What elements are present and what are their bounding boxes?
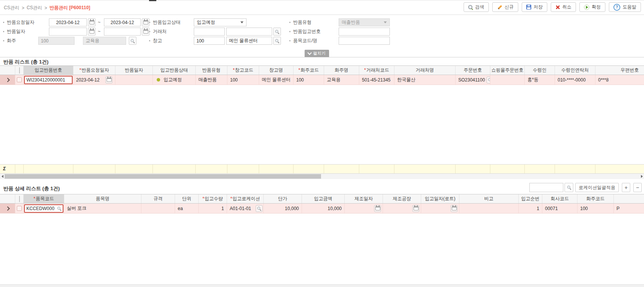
cell-warehouse-name[interactable]: 메인 물류센터 — [259, 75, 294, 85]
help-button[interactable]: ? 도움말 — [609, 2, 641, 12]
warehouse-name-input[interactable] — [226, 37, 272, 45]
col-warehouse-code[interactable]: *창고코드 — [227, 66, 259, 75]
col-receiver-contact[interactable]: 수령인연락처 — [555, 66, 595, 75]
cell-inbound-seq[interactable]: 1 — [519, 204, 542, 213]
scroll-right-button[interactable] — [639, 174, 644, 179]
order-search-button[interactable] — [487, 77, 490, 83]
cell-receiver-contact[interactable]: 010-****-0000 — [555, 75, 595, 85]
select-all-checkbox[interactable] — [15, 66, 24, 75]
col-inbound-location[interactable]: *입고로케이션 — [227, 194, 264, 203]
row-indicator[interactable] — [0, 75, 15, 85]
col-customer-code[interactable]: *거래처코드 — [359, 66, 394, 75]
col-extra[interactable] — [614, 194, 644, 203]
col-inbound-return-no[interactable]: 입고반품번호 — [24, 66, 73, 75]
cancel-button[interactable]: 취소 — [551, 2, 576, 12]
return-request-date-to-calendar-button[interactable] — [142, 18, 149, 26]
customer-search-button[interactable] — [273, 28, 281, 36]
detail-search-button[interactable] — [565, 183, 573, 192]
col-receiver[interactable]: 수령인 — [525, 66, 555, 75]
return-date-from-calendar-button[interactable] — [88, 28, 96, 36]
cell-mall-order-no[interactable] — [490, 75, 525, 85]
col-mall-order-no[interactable]: 쇼핑몰주문번호 — [490, 66, 525, 75]
col-remark[interactable]: 비고 — [459, 194, 519, 203]
select-all-checkbox[interactable] — [15, 194, 24, 203]
cell-inbound-location[interactable]: A01-01-01 — [227, 204, 264, 213]
selected-cell[interactable]: WI2304120000001 — [24, 76, 73, 84]
cell-customer-code[interactable]: 501-45-21345 — [359, 75, 394, 85]
detail-list-row[interactable]: KCCEDW000 실버 포크 ea 1 A01-01-01 10,000 10… — [0, 204, 644, 214]
cell-return-request-date[interactable]: 2023-04-12 — [73, 75, 115, 85]
grid1-horizontal-scrollbar[interactable] — [0, 174, 644, 179]
cell-spec[interactable] — [141, 204, 175, 213]
breadcrumb-item-1[interactable]: CS관리 — [4, 5, 19, 11]
calendar-button[interactable] — [105, 77, 112, 83]
cell-inbound-qty[interactable]: 1 — [199, 204, 227, 213]
cell-shipper-name[interactable]: 교육용 — [324, 75, 359, 85]
search-button[interactable]: 검색 — [464, 2, 489, 12]
cell-shipper-code[interactable]: 100 — [577, 204, 614, 213]
col-shipper-name[interactable]: 화주명 — [324, 66, 359, 75]
calendar-button[interactable] — [412, 205, 419, 212]
selected-cell[interactable]: KCCEDW000 — [24, 204, 63, 213]
cell-return-date[interactable] — [115, 75, 153, 85]
bottom-scrollbar-track[interactable] — [0, 284, 644, 287]
col-unit[interactable]: 단위 — [175, 194, 199, 203]
cell-extra[interactable]: P — [614, 204, 644, 213]
cell-item-name[interactable]: 실버 포크 — [64, 204, 141, 213]
warehouse-code-input[interactable] — [194, 37, 225, 45]
location-apply-button[interactable]: 로케이션일괄적용 — [575, 183, 619, 192]
return-list-row[interactable]: WI2304120000001 2023-04-12 입고예정 매출반품 100… — [0, 75, 644, 85]
col-shipper-code[interactable]: 화주코드 — [577, 194, 614, 203]
warehouse-search-button[interactable] — [273, 37, 281, 45]
col-return-request-date[interactable]: *반품요청일자 — [73, 66, 115, 75]
breadcrumb-item-2[interactable]: CS관리 — [27, 5, 42, 11]
cell-inbound-return-status[interactable]: 입고예정 — [153, 75, 196, 85]
col-return-date[interactable]: 반품일자 — [115, 66, 153, 75]
new-button[interactable]: 신규 — [492, 2, 518, 12]
col-inbound-qty[interactable]: *입고수량 — [199, 194, 227, 203]
cell-order-no[interactable]: SO23041100 — [456, 75, 490, 85]
cell-mfg-date[interactable] — [345, 204, 383, 213]
return-inbound-status-select[interactable]: 입고예정 — [194, 18, 247, 26]
cell-inbound-date-lot[interactable] — [421, 204, 459, 213]
row-checkbox-cell[interactable] — [15, 75, 24, 85]
cell-inbound-return-no[interactable]: WI2304120000001 — [24, 75, 73, 85]
col-spec[interactable]: 규격 — [141, 194, 175, 203]
col-zipcode[interactable]: 우편번호 — [595, 66, 644, 75]
col-warehouse-name[interactable]: 창고명 — [259, 66, 294, 75]
return-date-to-input[interactable] — [104, 28, 141, 36]
cell-remark[interactable] — [459, 204, 519, 213]
col-item-name[interactable]: 품목명 — [64, 194, 141, 203]
return-request-date-to-input[interactable] — [104, 18, 141, 26]
cell-inbound-amount[interactable]: 10,000 — [302, 204, 345, 213]
cell-mfg-plant[interactable] — [383, 204, 421, 213]
row-checkbox[interactable] — [17, 206, 22, 211]
cell-unit-price[interactable]: 10,000 — [264, 204, 302, 213]
location-search-button[interactable] — [256, 205, 263, 212]
col-company-code[interactable]: 회사코드 — [542, 194, 577, 203]
cell-company-code[interactable]: 00071 — [542, 204, 577, 213]
row-checkbox[interactable] — [17, 77, 22, 82]
cell-unit[interactable]: ea — [175, 204, 199, 213]
detail-search-input[interactable] — [529, 183, 563, 192]
customer-code-input[interactable] — [194, 28, 225, 36]
col-inbound-return-status[interactable]: 입고반품상태 — [153, 66, 196, 75]
col-customer-name[interactable]: 거래처명 — [394, 66, 456, 75]
calendar-button[interactable] — [451, 205, 457, 212]
row-checkbox-cell[interactable] — [15, 204, 24, 213]
cell-item-code[interactable]: KCCEDW000 — [24, 204, 64, 213]
col-item-code[interactable]: *품목코드 — [24, 194, 64, 203]
expand-button[interactable]: 펼치기 — [305, 50, 329, 57]
add-row-button[interactable]: + — [622, 183, 630, 192]
search-icon[interactable] — [57, 207, 61, 210]
cell-return-type[interactable]: 매출반품 — [196, 75, 227, 85]
customer-name-input[interactable] — [226, 28, 272, 36]
scroll-left-button[interactable] — [0, 174, 5, 179]
save-button[interactable]: 저장 — [522, 2, 547, 12]
row-indicator[interactable] — [0, 204, 15, 213]
item-code-name-input[interactable] — [339, 37, 390, 45]
cell-customer-name[interactable]: 한국물산 — [394, 75, 456, 85]
col-mfg-date[interactable]: 제조일자 — [345, 194, 383, 203]
return-date-to-calendar-button[interactable] — [142, 28, 149, 36]
col-inbound-date-lot[interactable]: 입고일자(로트) — [421, 194, 459, 203]
